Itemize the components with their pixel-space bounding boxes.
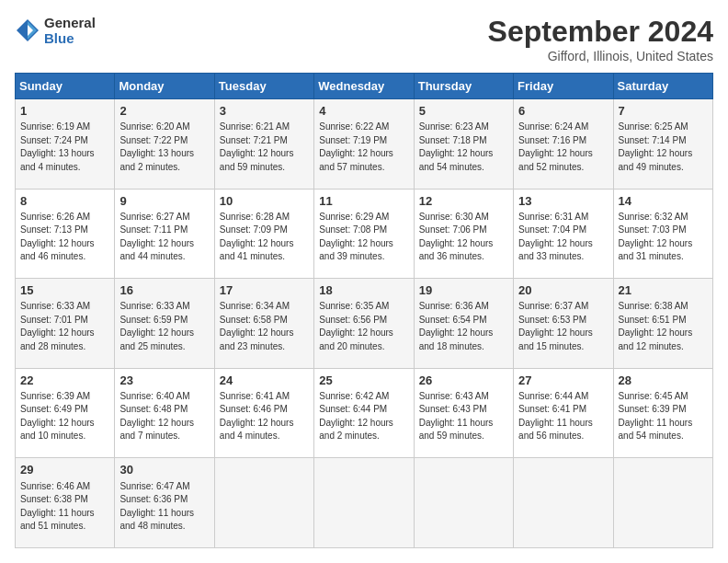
calendar-cell: 4Sunrise: 6:22 AMSunset: 7:19 PMDaylight… [314, 99, 414, 190]
column-header-row: SundayMondayTuesdayWednesdayThursdayFrid… [16, 74, 713, 99]
logo-icon [15, 17, 40, 43]
day-info: Sunrise: 6:32 AMSunset: 7:03 PMDaylight:… [619, 211, 708, 264]
day-info: Sunrise: 6:23 AMSunset: 7:18 PMDaylight:… [419, 121, 508, 174]
day-info: Sunrise: 6:39 AMSunset: 6:49 PMDaylight:… [20, 390, 109, 443]
calendar-cell: 19Sunrise: 6:36 AMSunset: 6:54 PMDayligh… [414, 279, 513, 369]
week-row-1: 1Sunrise: 6:19 AMSunset: 7:24 PMDaylight… [16, 99, 713, 190]
week-row-4: 22Sunrise: 6:39 AMSunset: 6:49 PMDayligh… [16, 368, 713, 458]
calendar-cell: 3Sunrise: 6:21 AMSunset: 7:21 PMDaylight… [214, 99, 313, 190]
calendar-cell: 9Sunrise: 6:27 AMSunset: 7:11 PMDaylight… [115, 189, 214, 279]
calendar-cell: 26Sunrise: 6:43 AMSunset: 6:43 PMDayligh… [414, 368, 513, 458]
subtitle: Gifford, Illinois, United States [488, 49, 713, 63]
calendar-cell: 30Sunrise: 6:47 AMSunset: 6:36 PMDayligh… [115, 458, 214, 548]
day-info: Sunrise: 6:42 AMSunset: 6:44 PMDaylight:… [319, 390, 408, 443]
day-number: 20 [518, 282, 608, 299]
logo: General Blue [15, 15, 96, 46]
calendar-cell: 29Sunrise: 6:46 AMSunset: 6:38 PMDayligh… [16, 458, 115, 548]
col-header-monday: Monday [115, 74, 214, 99]
day-number: 7 [619, 103, 708, 120]
calendar-cell: 7Sunrise: 6:25 AMSunset: 7:14 PMDaylight… [613, 99, 712, 190]
col-header-tuesday: Tuesday [214, 74, 313, 99]
day-number: 12 [419, 193, 508, 210]
calendar-cell [214, 458, 313, 548]
calendar-cell: 25Sunrise: 6:42 AMSunset: 6:44 PMDayligh… [314, 368, 414, 458]
day-number: 11 [319, 193, 408, 210]
day-info: Sunrise: 6:46 AMSunset: 6:38 PMDaylight:… [20, 480, 109, 534]
day-info: Sunrise: 6:27 AMSunset: 7:11 PMDaylight:… [119, 211, 209, 264]
day-number: 15 [20, 282, 109, 299]
day-info: Sunrise: 6:26 AMSunset: 7:13 PMDaylight:… [20, 211, 109, 264]
week-row-3: 15Sunrise: 6:33 AMSunset: 7:01 PMDayligh… [16, 279, 713, 369]
calendar-cell: 1Sunrise: 6:19 AMSunset: 7:24 PMDaylight… [16, 99, 115, 190]
day-info: Sunrise: 6:36 AMSunset: 6:54 PMDaylight:… [419, 300, 508, 353]
main-title: September 2024 [488, 15, 713, 49]
col-header-sunday: Sunday [16, 74, 115, 99]
col-header-wednesday: Wednesday [314, 74, 414, 99]
calendar-cell [314, 458, 414, 548]
page: General Blue September 2024 Gifford, Ill… [0, 0, 728, 563]
week-row-2: 8Sunrise: 6:26 AMSunset: 7:13 PMDaylight… [16, 189, 713, 279]
day-info: Sunrise: 6:44 AMSunset: 6:41 PMDaylight:… [518, 390, 608, 443]
day-number: 10 [220, 193, 309, 210]
calendar-cell: 5Sunrise: 6:23 AMSunset: 7:18 PMDaylight… [414, 99, 513, 190]
day-info: Sunrise: 6:41 AMSunset: 6:46 PMDaylight:… [220, 390, 309, 443]
day-number: 26 [419, 373, 508, 389]
day-number: 13 [518, 193, 608, 210]
day-info: Sunrise: 6:24 AMSunset: 7:16 PMDaylight:… [518, 121, 608, 174]
calendar-cell: 14Sunrise: 6:32 AMSunset: 7:03 PMDayligh… [613, 189, 712, 279]
calendar-cell [613, 458, 712, 548]
day-number: 29 [20, 462, 109, 478]
calendar-cell: 10Sunrise: 6:28 AMSunset: 7:09 PMDayligh… [214, 189, 313, 279]
day-number: 17 [220, 282, 309, 299]
day-info: Sunrise: 6:37 AMSunset: 6:53 PMDaylight:… [518, 300, 608, 353]
day-info: Sunrise: 6:38 AMSunset: 6:51 PMDaylight:… [619, 300, 708, 353]
title-block: September 2024 Gifford, Illinois, United… [488, 15, 713, 63]
day-number: 28 [619, 373, 708, 389]
calendar-cell: 24Sunrise: 6:41 AMSunset: 6:46 PMDayligh… [214, 368, 313, 458]
day-number: 25 [319, 373, 408, 389]
col-header-friday: Friday [514, 74, 613, 99]
day-number: 8 [20, 193, 109, 210]
day-info: Sunrise: 6:20 AMSunset: 7:22 PMDaylight:… [119, 121, 209, 174]
calendar-cell: 20Sunrise: 6:37 AMSunset: 6:53 PMDayligh… [514, 279, 613, 369]
day-info: Sunrise: 6:43 AMSunset: 6:43 PMDaylight:… [419, 390, 508, 443]
calendar-cell: 22Sunrise: 6:39 AMSunset: 6:49 PMDayligh… [16, 368, 115, 458]
calendar-cell: 23Sunrise: 6:40 AMSunset: 6:48 PMDayligh… [115, 368, 214, 458]
calendar-cell: 28Sunrise: 6:45 AMSunset: 6:39 PMDayligh… [613, 368, 712, 458]
calendar-cell: 27Sunrise: 6:44 AMSunset: 6:41 PMDayligh… [514, 368, 613, 458]
day-info: Sunrise: 6:19 AMSunset: 7:24 PMDaylight:… [20, 121, 109, 174]
calendar-cell: 11Sunrise: 6:29 AMSunset: 7:08 PMDayligh… [314, 189, 414, 279]
day-number: 22 [20, 373, 109, 389]
calendar-cell: 17Sunrise: 6:34 AMSunset: 6:58 PMDayligh… [214, 279, 313, 369]
calendar-cell [514, 458, 613, 548]
day-number: 23 [119, 373, 209, 389]
day-number: 9 [119, 193, 209, 210]
day-number: 19 [419, 282, 508, 299]
day-info: Sunrise: 6:47 AMSunset: 6:36 PMDaylight:… [119, 480, 209, 534]
calendar-cell: 13Sunrise: 6:31 AMSunset: 7:04 PMDayligh… [514, 189, 613, 279]
col-header-thursday: Thursday [414, 74, 513, 99]
day-info: Sunrise: 6:30 AMSunset: 7:06 PMDaylight:… [419, 211, 508, 264]
day-number: 5 [419, 103, 508, 120]
calendar-cell: 15Sunrise: 6:33 AMSunset: 7:01 PMDayligh… [16, 279, 115, 369]
day-info: Sunrise: 6:29 AMSunset: 7:08 PMDaylight:… [319, 211, 408, 264]
day-number: 24 [220, 373, 309, 389]
day-info: Sunrise: 6:45 AMSunset: 6:39 PMDaylight:… [619, 390, 708, 443]
calendar-table: SundayMondayTuesdayWednesdayThursdayFrid… [15, 73, 713, 548]
day-number: 2 [119, 103, 209, 120]
header: General Blue September 2024 Gifford, Ill… [15, 15, 713, 63]
day-number: 14 [619, 193, 708, 210]
day-number: 21 [619, 282, 708, 299]
day-number: 6 [518, 103, 608, 120]
logo-text: General Blue [44, 15, 96, 46]
day-number: 30 [119, 462, 209, 478]
week-row-5: 29Sunrise: 6:46 AMSunset: 6:38 PMDayligh… [16, 458, 713, 548]
day-number: 3 [220, 103, 309, 120]
day-info: Sunrise: 6:40 AMSunset: 6:48 PMDaylight:… [119, 390, 209, 443]
day-info: Sunrise: 6:25 AMSunset: 7:14 PMDaylight:… [619, 121, 708, 174]
day-info: Sunrise: 6:35 AMSunset: 6:56 PMDaylight:… [319, 300, 408, 353]
day-number: 1 [20, 103, 109, 120]
day-info: Sunrise: 6:33 AMSunset: 6:59 PMDaylight:… [119, 300, 209, 353]
calendar-cell: 16Sunrise: 6:33 AMSunset: 6:59 PMDayligh… [115, 279, 214, 369]
day-number: 4 [319, 103, 408, 120]
